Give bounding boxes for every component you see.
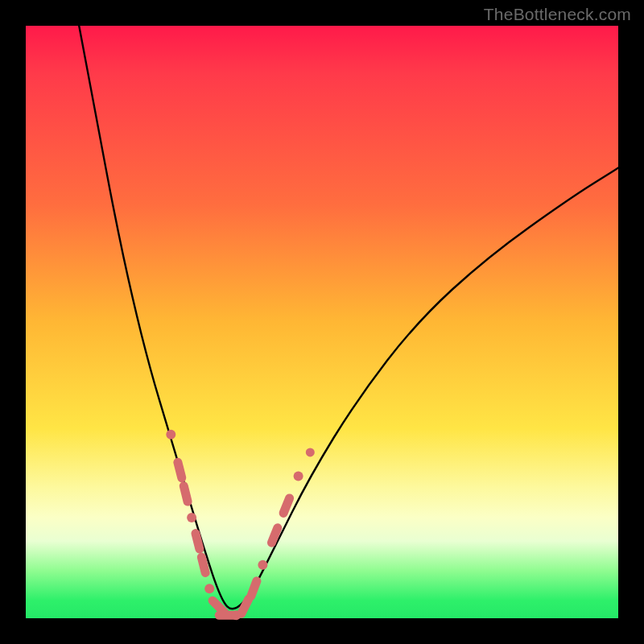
marker-dash <box>251 581 257 597</box>
marker-dash <box>178 462 182 477</box>
chart-frame: TheBottleneck.com <box>0 0 644 644</box>
watermark-text: TheBottleneck.com <box>484 5 631 24</box>
marker-dot <box>187 513 196 522</box>
marker-dot <box>258 560 267 570</box>
marker-dash <box>196 534 200 549</box>
marker-dash <box>184 486 188 502</box>
curve-layer <box>26 26 618 618</box>
marker-dot <box>294 471 303 481</box>
marker-dot <box>204 584 214 593</box>
marker-dash <box>213 601 224 612</box>
highlighted-points <box>166 430 310 621</box>
marker-dash <box>271 528 277 543</box>
bottleneck-curve <box>79 26 618 609</box>
marker-dash <box>283 498 290 514</box>
marker-dash <box>242 599 249 613</box>
marker-dash <box>201 557 205 572</box>
marker-dot <box>166 430 175 440</box>
plot-area <box>26 26 618 618</box>
